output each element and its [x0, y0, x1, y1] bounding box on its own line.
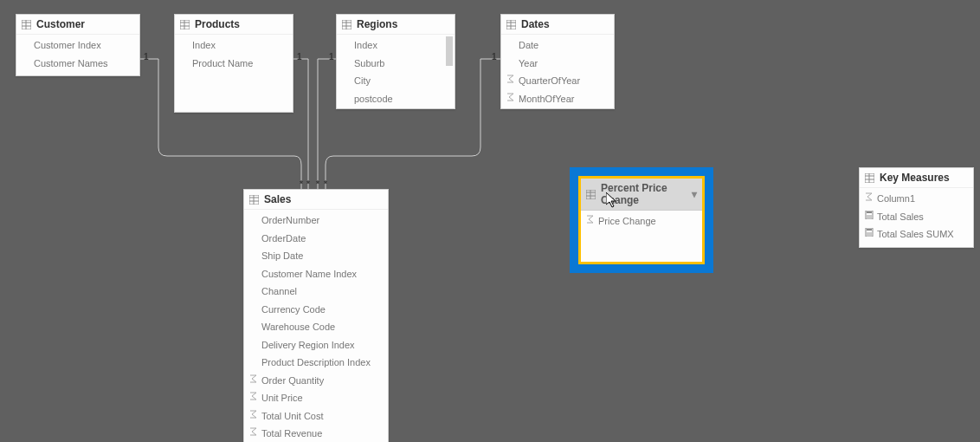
- table-customer-body: Customer Index Customer Names: [16, 35, 139, 75]
- field-regions-city[interactable]: City: [337, 72, 455, 90]
- table-products-title: Products: [195, 18, 240, 30]
- field-products-index[interactable]: Index: [175, 36, 293, 55]
- table-icon: [342, 20, 351, 29]
- table-products-header[interactable]: Products: [175, 15, 293, 35]
- field-dates-month[interactable]: MonthOfYear: [501, 90, 614, 108]
- field-sales-totalrevenue[interactable]: Total Revenue: [244, 425, 388, 442]
- chevron-down-icon[interactable]: ▾: [692, 188, 697, 200]
- field-sales-totalunitcost[interactable]: Total Unit Cost: [244, 407, 388, 426]
- field-sales-unitprice[interactable]: Unit Price: [244, 389, 388, 407]
- table-icon: [586, 190, 596, 199]
- cardinality-sales-many-4: *: [324, 179, 327, 189]
- calculator-icon: [865, 228, 874, 237]
- cardinality-sales-many-3: *: [316, 179, 319, 189]
- table-keymeasures-header[interactable]: Key Measures: [860, 168, 973, 188]
- field-regions-postcode[interactable]: postcode: [337, 90, 455, 108]
- field-products-name[interactable]: Product Name: [175, 55, 293, 73]
- table-sales-header[interactable]: Sales: [244, 190, 388, 210]
- svg-point-34: [868, 217, 870, 218]
- table-products[interactable]: Products Index Product Name: [174, 14, 293, 113]
- table-icon: [249, 195, 259, 205]
- sigma-icon: [506, 93, 516, 102]
- field-regions-longitude[interactable]: Longitude: [337, 107, 455, 109]
- field-sales-ordernumber[interactable]: OrderNumber: [244, 211, 388, 230]
- field-dates-date[interactable]: Date: [501, 36, 614, 55]
- svg-point-40: [870, 232, 872, 234]
- table-ppc-title: Percent Price Change: [601, 182, 687, 206]
- table-customer-title: Customer: [36, 18, 85, 30]
- field-dates-year[interactable]: Year: [501, 55, 614, 73]
- table-regions[interactable]: Regions Index Suburb City postcode Longi…: [336, 14, 455, 109]
- cardinality-products-one: 1: [297, 52, 302, 62]
- table-customer[interactable]: Customer Customer Index Customer Names: [16, 14, 140, 76]
- svg-point-31: [868, 215, 870, 217]
- field-sales-shipdate[interactable]: Ship Date: [244, 247, 388, 265]
- table-sales-body: OrderNumber OrderDate Ship Date Customer…: [244, 210, 388, 442]
- cardinality-customer-one: 1: [144, 52, 149, 62]
- table-regions-body: Index Suburb City postcode Longitude: [337, 35, 455, 109]
- svg-point-43: [870, 234, 872, 236]
- field-km-totalsalessumx[interactable]: Total Sales SUMX: [860, 225, 973, 244]
- svg-rect-37: [867, 229, 872, 231]
- sigma-icon: [249, 427, 259, 437]
- cardinality-dates-one: 1: [492, 52, 497, 62]
- table-icon: [180, 20, 190, 29]
- table-dates-title: Dates: [521, 18, 550, 30]
- field-customer-names[interactable]: Customer Names: [16, 55, 139, 73]
- svg-point-33: [867, 217, 868, 218]
- svg-point-42: [868, 234, 870, 236]
- cardinality-regions-one: 1: [329, 52, 334, 62]
- field-km-totalsales[interactable]: Total Sales: [860, 208, 973, 226]
- svg-point-41: [867, 234, 868, 236]
- field-sales-channel[interactable]: Channel: [244, 283, 388, 301]
- sigma-icon: [249, 374, 259, 384]
- table-ppc-body: Price Change: [581, 211, 702, 234]
- table-keymeasures-body: Column1 Total Sales Total Sales SUMX: [860, 188, 973, 247]
- field-sales-productdesc[interactable]: Product Description Index: [244, 354, 388, 372]
- table-key-measures[interactable]: Key Measures Column1 Total Sales Total S…: [859, 167, 974, 248]
- table-percent-price-change[interactable]: Percent Price Change ▾ Price Change: [581, 179, 702, 262]
- calculator-icon: [865, 211, 874, 220]
- field-km-column1[interactable]: Column1: [860, 190, 973, 208]
- field-regions-suburb[interactable]: Suburb: [337, 55, 455, 73]
- field-sales-orderqty[interactable]: Order Quantity: [244, 372, 388, 390]
- field-regions-index[interactable]: Index: [337, 36, 455, 55]
- field-customer-index[interactable]: Customer Index: [16, 36, 139, 55]
- field-sales-custnameidx[interactable]: Customer Name Index: [244, 265, 388, 283]
- table-regions-header[interactable]: Regions: [337, 15, 455, 35]
- sigma-icon: [506, 75, 516, 84]
- table-dates-body: Date Year QuarterOfYear MonthOfYear Mont…: [501, 35, 614, 109]
- field-dates-monthname[interactable]: MonthName: [501, 107, 614, 109]
- field-sales-deliveryregion[interactable]: Delivery Region Index: [244, 336, 388, 354]
- table-icon: [865, 173, 874, 183]
- field-dates-quarter[interactable]: QuarterOfYear: [501, 72, 614, 90]
- svg-point-35: [870, 217, 872, 218]
- table-ppc-header[interactable]: Percent Price Change ▾: [581, 179, 702, 211]
- sigma-icon: [586, 215, 596, 224]
- highlight-frame: Percent Price Change ▾ Price Change: [570, 167, 713, 273]
- table-dates-header[interactable]: Dates: [501, 15, 614, 35]
- svg-point-32: [870, 215, 872, 217]
- regions-scrollbar[interactable]: [446, 36, 453, 66]
- table-icon: [22, 20, 31, 29]
- field-sales-orderdate[interactable]: OrderDate: [244, 230, 388, 248]
- svg-point-39: [868, 232, 870, 234]
- sigma-icon: [249, 410, 259, 419]
- cardinality-sales-many-1: *: [300, 179, 303, 189]
- table-products-body: Index Product Name: [175, 35, 293, 75]
- field-sales-currency[interactable]: Currency Code: [244, 301, 388, 319]
- field-ppc-pricechange[interactable]: Price Change: [581, 212, 702, 231]
- svg-point-38: [867, 232, 868, 234]
- svg-rect-29: [867, 211, 872, 213]
- table-sales[interactable]: Sales OrderNumber OrderDate Ship Date Cu…: [243, 189, 389, 442]
- relationship-connectors: [0, 0, 980, 442]
- field-sales-warehouse[interactable]: Warehouse Code: [244, 318, 388, 336]
- sigma-icon: [865, 192, 874, 202]
- sigma-icon: [249, 392, 259, 401]
- table-regions-title: Regions: [357, 18, 397, 30]
- table-keymeasures-title: Key Measures: [880, 172, 950, 184]
- cardinality-sales-many-2: *: [306, 179, 310, 189]
- table-icon: [506, 20, 516, 29]
- table-dates[interactable]: Dates Date Year QuarterOfYear MonthOfYea…: [500, 14, 615, 109]
- table-customer-header[interactable]: Customer: [16, 15, 139, 35]
